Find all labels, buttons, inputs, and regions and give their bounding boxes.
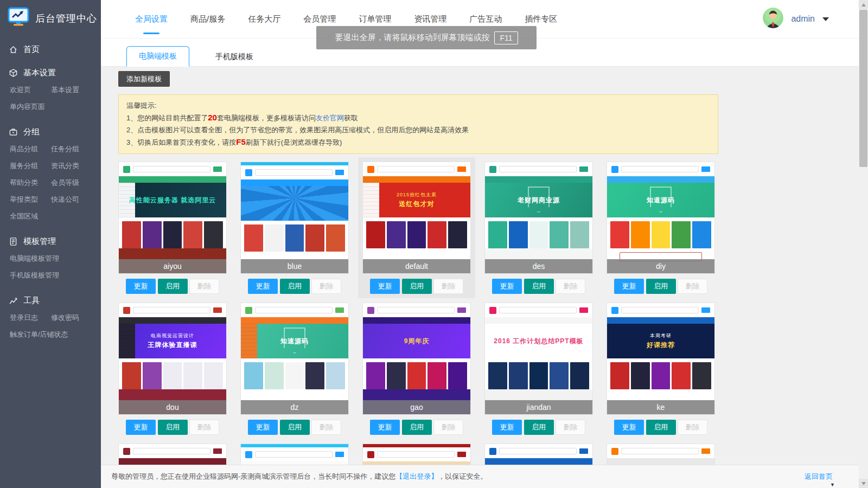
template-thumbnail[interactable]: 老财网商业源des <box>484 162 593 274</box>
template-thumbnail[interactable]: 高性能云服务器 就选阿里云aiyou <box>118 162 227 274</box>
template-thumbnail[interactable]: 24,477,170 <box>484 444 593 465</box>
top-nav-tab[interactable]: 任务大厅 <box>247 11 282 28</box>
enable-button[interactable]: 启用 <box>158 279 188 294</box>
enable-button[interactable]: 启用 <box>158 420 188 435</box>
template-card: 知道源码diy更新启用删除 <box>607 162 715 294</box>
template-thumbnail[interactable]: 本周考研好课推荐ke <box>607 303 715 415</box>
sidebar-section-label: 模板管理 <box>23 236 56 247</box>
sidebar-item[interactable]: 触发订单/店铺状态 <box>10 326 92 343</box>
sidebar-item[interactable]: 欢迎页 <box>10 81 51 98</box>
sidebar-item[interactable]: 手机版模板管理 <box>10 267 92 284</box>
template-card: 2016 工作计划总结PPT模板jiandan更新启用删除 <box>484 303 593 435</box>
enable-button[interactable]: 启用 <box>280 420 310 435</box>
sidebar-item[interactable]: 举报类型 <box>10 191 51 208</box>
template-thumbnail[interactable]: blue <box>240 162 349 274</box>
template-thumbnail[interactable] <box>362 444 471 465</box>
sidebar-item[interactable]: 登录日志 <box>10 309 51 326</box>
logout-link[interactable]: 【退出登录】 <box>395 472 438 480</box>
delete-button[interactable]: 删除 <box>433 279 463 294</box>
sidebar-item[interactable]: 资讯分类 <box>51 157 92 174</box>
delete-button[interactable]: 删除 <box>189 279 219 294</box>
monitor-chart-logo-icon <box>8 7 29 29</box>
enable-button[interactable]: 启用 <box>646 279 676 294</box>
sidebar-section-group[interactable]: 分组 <box>0 125 101 138</box>
delete-button[interactable]: 删除 <box>311 279 341 294</box>
update-button[interactable]: 更新 <box>614 279 644 294</box>
add-template-button[interactable]: 添加新模板 <box>118 71 170 87</box>
user-menu[interactable]: admin <box>763 0 829 38</box>
scroll-down-arrow[interactable] <box>859 479 868 488</box>
template-thumbnail[interactable] <box>240 444 349 465</box>
update-button[interactable]: 更新 <box>492 279 522 294</box>
sidebar-item[interactable]: 服务分组 <box>10 157 51 174</box>
update-button[interactable]: 更新 <box>370 279 400 294</box>
enable-button[interactable]: 启用 <box>646 420 676 435</box>
template-thumbnail[interactable]: 知速源码dz <box>240 303 349 415</box>
template-thumbnail[interactable]: 2016 工作计划总结PPT模板jiandan <box>484 303 593 415</box>
app-logo: 后台管理中心 <box>0 0 101 33</box>
update-button[interactable]: 更新 <box>614 420 644 435</box>
top-nav-tab[interactable]: 插件专区 <box>524 11 558 28</box>
cube-icon <box>9 68 18 78</box>
template-thumbnail[interactable]: 知道源码diy <box>607 162 715 274</box>
template-thumbnail[interactable] <box>607 444 715 465</box>
delete-button[interactable]: 删除 <box>556 420 585 435</box>
template-thumbnail[interactable]: 2015抢红包太累送红包才对default <box>362 162 471 274</box>
sidebar-item[interactable]: 任务分组 <box>51 140 92 157</box>
page-scrollbar[interactable] <box>859 0 868 488</box>
sidebar-item[interactable]: 帮助分类 <box>10 174 51 191</box>
delete-button[interactable]: 删除 <box>678 420 707 435</box>
delete-button[interactable]: 删除 <box>678 279 707 294</box>
enable-button[interactable]: 启用 <box>280 279 310 294</box>
delete-button[interactable]: 删除 <box>311 420 341 435</box>
subtab-mobile-templates[interactable]: 手机版模板 <box>203 47 265 67</box>
sidebar-item[interactable]: 全国区域 <box>10 208 51 224</box>
sidebar-item[interactable]: 基本设置 <box>51 81 92 98</box>
template-thumbnail[interactable] <box>118 444 227 465</box>
main-content: 添加新模板 温馨提示: 1、您的网站目前共配置了20套电脑端模板，更多模板请访问… <box>101 66 859 465</box>
enable-button[interactable]: 启用 <box>524 420 554 435</box>
official-site-link[interactable]: 友价官网 <box>316 114 344 122</box>
enable-button[interactable]: 启用 <box>402 279 432 294</box>
back-home-link[interactable]: 返回首页 <box>805 472 833 481</box>
update-button[interactable]: 更新 <box>370 420 400 435</box>
top-nav-tab[interactable]: 会员管理 <box>302 11 337 28</box>
update-button[interactable]: 更新 <box>248 420 278 435</box>
top-nav-tab[interactable]: 全局设置 <box>134 11 169 28</box>
sidebar-item[interactable]: 快递公司 <box>51 191 92 208</box>
top-nav-tab[interactable]: 广告互动 <box>468 11 503 28</box>
delete-button[interactable]: 删除 <box>433 420 463 435</box>
sidebar-section-tools[interactable]: 工具 <box>0 294 101 307</box>
update-button[interactable]: 更新 <box>126 420 156 435</box>
sidebar-item[interactable]: 会员等级 <box>51 174 92 191</box>
top-nav-tab[interactable]: 商品/服务 <box>189 11 226 28</box>
scrollbar-thumb[interactable] <box>859 10 867 167</box>
enable-button[interactable]: 启用 <box>524 279 554 294</box>
sidebar-item[interactable]: 商品分组 <box>10 140 51 157</box>
delete-button[interactable]: 删除 <box>556 279 585 294</box>
update-button[interactable]: 更新 <box>248 279 278 294</box>
template-card: 本周考研好课推荐ke更新启用删除 <box>607 303 715 435</box>
delete-button[interactable]: 删除 <box>189 420 219 435</box>
sidebar-section-items: 欢迎页基本设置单内容页面 <box>0 79 101 115</box>
sidebar-section-template[interactable]: 模板管理 <box>0 235 101 248</box>
template-card: 高性能云服务器 就选阿里云aiyou更新启用删除 <box>118 162 227 294</box>
top-nav-tab[interactable]: 订单管理 <box>358 11 392 28</box>
sidebar-section-basic[interactable]: 基本设置 <box>0 66 101 79</box>
update-button[interactable]: 更新 <box>492 420 522 435</box>
update-button[interactable]: 更新 <box>126 279 156 294</box>
template-thumbnail[interactable]: 9周年庆gao <box>362 303 471 415</box>
sidebar-item[interactable]: 单内容页面 <box>10 98 92 115</box>
sidebar-item[interactable]: 修改密码 <box>51 309 92 326</box>
subtab-pc-templates[interactable]: 电脑端模板 <box>126 46 189 67</box>
template-card: blue更新启用删除 <box>240 162 349 294</box>
template-card: 更新启用删除 <box>240 444 349 465</box>
enable-button[interactable]: 启用 <box>402 420 432 435</box>
sidebar-item[interactable]: 电脑端模板管理 <box>10 250 92 267</box>
template-name: ke <box>607 400 714 414</box>
toast-text: 要退出全屏，请将鼠标移动到屏幕顶端或按 <box>335 33 489 43</box>
scroll-up-arrow[interactable] <box>859 0 868 9</box>
top-nav-tab[interactable]: 资讯管理 <box>413 11 448 28</box>
template-thumbnail[interactable]: 电商视觉运营设计王牌体验直播课dou <box>118 303 227 415</box>
sidebar-section-home[interactable]: 首页 <box>0 43 101 56</box>
